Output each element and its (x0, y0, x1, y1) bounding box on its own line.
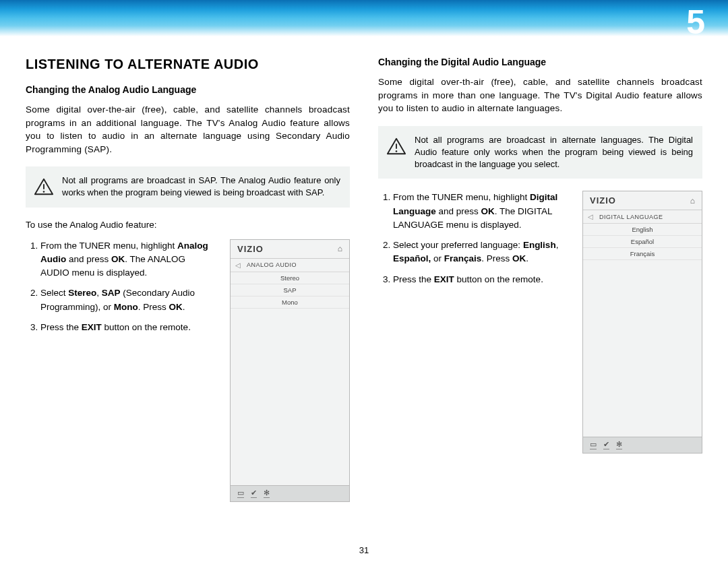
tv-option: Español (583, 236, 702, 248)
tv-footer: ▭ ✔ ✻ (583, 437, 702, 453)
tv-option: Français (583, 248, 702, 260)
step-1: From the TUNER menu, highlight Digital L… (393, 191, 568, 232)
step-2: Select your preferred language: English,… (393, 239, 568, 266)
gear-icon: ✻ (616, 441, 622, 449)
tv-header: VIZIO ⌂ (231, 240, 349, 259)
steps-digital: From the TUNER menu, highlight Digital L… (378, 191, 569, 293)
step-3: Press the EXIT button on the remote. (40, 321, 216, 334)
page-number: 31 (0, 545, 728, 555)
section-heading: LISTENING TO ALTERNATE AUDIO (26, 57, 350, 72)
lead-analog: To use the Analog Audio feature: (26, 220, 350, 230)
steps-row-digital: From the TUNER menu, highlight Digital L… (378, 191, 702, 454)
right-column: Changing the Digital Audio Language Some… (378, 57, 702, 502)
subheading-analog: Changing the Analog Audio Language (26, 84, 350, 95)
tv-menu-title: DIGITAL LANGUAGE (598, 214, 702, 220)
wide-icon: ▭ (237, 489, 244, 498)
vizio-logo: VIZIO (590, 195, 616, 206)
step-1: From the TUNER menu, highlight Analog Au… (40, 239, 216, 280)
warning-digital: Not all programs are broadcast in altern… (378, 126, 702, 179)
tv-menu-title: ANALOG AUDIO (245, 261, 349, 268)
tv-option: Mono (231, 296, 349, 309)
tv-option: Stereo (231, 272, 349, 284)
warning-icon (386, 137, 406, 156)
warning-icon (34, 177, 54, 196)
chapter-number: 5 (686, 3, 705, 42)
wide-icon: ▭ (590, 441, 597, 449)
svg-point-1 (43, 191, 45, 193)
home-icon: ⌂ (338, 244, 342, 253)
tv-option: SAP (231, 284, 349, 296)
tv-footer: ▭ ✔ ✻ (231, 485, 349, 501)
svg-point-3 (396, 150, 398, 152)
home-icon: ⌂ (690, 196, 695, 206)
top-banner: 5 (0, 0, 728, 36)
step-2: Select Stereo, SAP (Secondary Audio Prog… (40, 286, 216, 314)
tv-title-row: ◁ ANALOG AUDIO (231, 259, 349, 272)
tv-header: VIZIO ⌂ (583, 191, 702, 210)
intro-digital: Some digital over-th-air (free), cable, … (378, 75, 702, 115)
left-column: LISTENING TO ALTERNATE AUDIO Changing th… (26, 57, 350, 502)
tv-menu-digital: VIZIO ⌂ ◁ DIGITAL LANGUAGE English Españ… (582, 191, 702, 454)
back-icon: ◁ (231, 261, 245, 269)
v-icon: ✔ (251, 489, 257, 498)
tv-title-row: ◁ DIGITAL LANGUAGE (583, 210, 702, 224)
back-icon: ◁ (583, 213, 598, 220)
tv-option: English (583, 224, 702, 236)
intro-analog: Some digital over-the-air (free), cable,… (26, 103, 350, 156)
gear-icon: ✻ (264, 489, 270, 498)
warning-text: Not all programs are broadcast in altern… (415, 134, 693, 171)
steps-analog: From the TUNER menu, highlight Analog Au… (26, 239, 216, 342)
tv-menu-analog: VIZIO ⌂ ◁ ANALOG AUDIO Stereo SAP Mono ▭… (230, 239, 350, 502)
subheading-digital: Changing the Digital Audio Language (378, 57, 702, 67)
v-icon: ✔ (603, 441, 609, 449)
page-body: LISTENING TO ALTERNATE AUDIO Changing th… (0, 36, 728, 502)
vizio-logo: VIZIO (237, 244, 264, 254)
warning-text: Not all programs are broadcast in SAP. T… (62, 175, 340, 199)
steps-row-analog: From the TUNER menu, highlight Analog Au… (26, 239, 350, 502)
warning-analog: Not all programs are broadcast in SAP. T… (26, 166, 350, 207)
step-3: Press the EXIT button on the remote. (393, 273, 568, 286)
